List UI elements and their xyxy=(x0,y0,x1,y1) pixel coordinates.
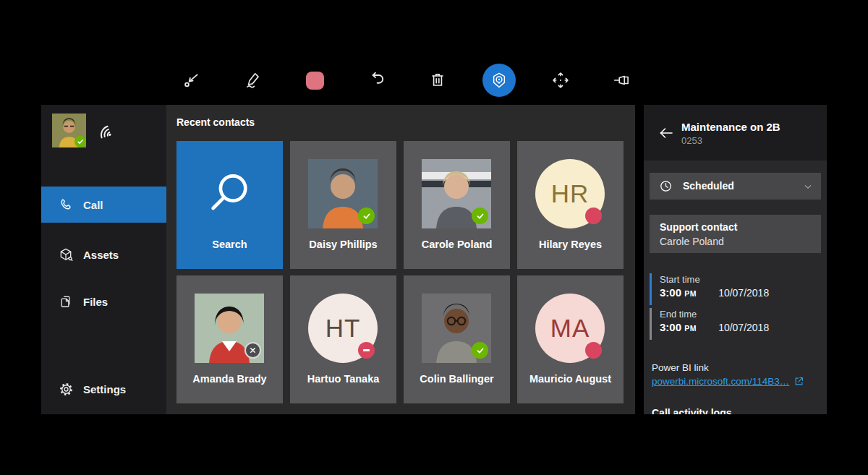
undo-tool-button[interactable] xyxy=(359,63,393,98)
contact-avatar xyxy=(195,294,264,363)
user-avatar[interactable] xyxy=(52,114,86,147)
external-link-icon xyxy=(793,376,804,387)
contact-tile-carole-poland[interactable]: Carole Poland xyxy=(404,141,510,269)
search-tile-label: Search xyxy=(176,239,283,250)
arrow-annotation-icon xyxy=(182,71,201,90)
contact-avatar xyxy=(422,159,491,228)
hologram-tool-button-active[interactable] xyxy=(482,64,516,97)
powerbi-link[interactable]: powerbi.microsoft.com/114B3… xyxy=(652,376,804,387)
sidebar-item-label: Call xyxy=(83,199,103,211)
start-time-label: Start time xyxy=(660,274,700,285)
support-contact-name: Carole Poland xyxy=(660,236,724,247)
section-title: Recent contacts xyxy=(176,116,255,128)
contact-initials: HR xyxy=(551,179,590,208)
sidebar-item-label: Settings xyxy=(83,383,126,395)
presence-available-badge xyxy=(472,207,488,224)
contact-tile-colin-ballinger[interactable]: Colin Ballinger xyxy=(404,275,510,403)
presence-busy-badge xyxy=(585,207,602,224)
sidebar: Call Assets Files xyxy=(41,105,166,414)
end-date-value: 10/07/2018 xyxy=(718,322,769,333)
contact-tile-mauricio-august[interactable]: MA Mauricio August xyxy=(517,275,624,403)
contact-tile-hilary-reyes[interactable]: HR Hilary Reyes xyxy=(517,141,624,269)
undo-icon xyxy=(367,71,386,90)
status-value: Scheduled xyxy=(683,180,734,192)
call-activity-logs-link[interactable]: Call activity logs xyxy=(652,407,731,414)
work-order-title: Maintenance on 2B xyxy=(681,121,780,133)
arrow-annotation-tool-button[interactable] xyxy=(174,63,209,98)
contact-name: Hilary Reyes xyxy=(517,239,624,250)
ink-color-swatch-icon xyxy=(306,72,324,90)
support-contact-label: Support contact xyxy=(660,221,737,233)
remote-assist-screen: Call Assets Files xyxy=(0,0,868,475)
search-icon xyxy=(206,168,254,216)
assets-cube-icon xyxy=(57,246,75,263)
gear-icon xyxy=(57,380,75,398)
presence-busy-badge xyxy=(585,342,602,359)
chevron-down-icon xyxy=(802,181,814,192)
pin-icon xyxy=(613,71,631,90)
contact-avatar-initials: MA xyxy=(535,294,605,363)
contact-name: Daisy Phillips xyxy=(290,239,396,250)
trash-icon xyxy=(428,71,447,90)
ink-pen-icon xyxy=(244,71,263,90)
color-swatch-tool-button[interactable] xyxy=(297,63,332,98)
contact-initials: MA xyxy=(550,314,590,343)
status-dropdown[interactable]: Scheduled xyxy=(650,173,821,200)
contact-tile-amanda-brady[interactable]: Amanda Brady xyxy=(176,275,283,403)
connection-signal-icon xyxy=(96,120,115,139)
move-tool-button[interactable] xyxy=(543,63,578,98)
contact-avatar xyxy=(422,294,491,363)
presence-available-badge xyxy=(358,207,375,224)
files-icon xyxy=(57,293,75,310)
presence-offline-badge xyxy=(244,342,261,359)
end-time-field: End time 3:00 PM 10/07/2018 xyxy=(650,308,821,340)
pin-tool-button[interactable] xyxy=(605,63,639,98)
start-time-value: 3:00 xyxy=(660,286,681,299)
end-time-label: End time xyxy=(660,309,697,320)
end-time-meridiem: PM xyxy=(684,324,697,333)
sidebar-item-call[interactable]: Call xyxy=(41,187,166,223)
support-contact-field[interactable]: Support contact Carole Poland xyxy=(650,215,821,253)
powerbi-label: Power BI link xyxy=(652,362,709,373)
contact-name: Hartuo Tanaka xyxy=(290,373,396,385)
search-tile[interactable]: Search xyxy=(176,141,283,269)
back-button[interactable] xyxy=(657,124,676,142)
clock-icon xyxy=(659,179,673,193)
contact-name: Amanda Brady xyxy=(176,373,283,385)
back-arrow-icon xyxy=(658,124,675,142)
phone-icon xyxy=(57,196,75,213)
sidebar-item-files[interactable]: Files xyxy=(41,283,166,320)
contact-name: Carole Poland xyxy=(404,239,510,250)
sidebar-item-label: Files xyxy=(83,296,108,308)
contact-tile-hartuo-tanaka[interactable]: HT Hartuo Tanaka xyxy=(290,275,396,403)
user-presence-available-badge xyxy=(75,136,86,147)
erase-all-tool-button[interactable] xyxy=(420,63,455,98)
contact-avatar xyxy=(308,159,378,228)
sidebar-item-settings[interactable]: Settings xyxy=(41,371,166,407)
contact-initials: HT xyxy=(326,314,361,343)
presence-dnd-badge xyxy=(358,342,375,359)
contact-avatar-initials: HT xyxy=(308,294,378,363)
recent-contacts-section: Recent contacts Search Daisy Phillips xyxy=(166,105,635,414)
work-order-header: Maintenance on 2B 0253 xyxy=(644,105,827,161)
powerbi-link-text: powerbi.microsoft.com/114B3… xyxy=(652,376,789,387)
hologram-icon xyxy=(490,71,509,90)
move-arrows-icon xyxy=(551,71,570,90)
start-date-value: 10/07/2018 xyxy=(718,287,769,299)
sidebar-item-label: Assets xyxy=(83,249,119,261)
work-order-panel: Maintenance on 2B 0253 Scheduled Support… xyxy=(644,105,827,414)
work-order-id: 0253 xyxy=(681,135,702,146)
contact-name: Colin Ballinger xyxy=(404,373,510,385)
start-time-field: Start time 3:00 PM 10/07/2018 xyxy=(650,273,821,305)
contact-avatar-initials: HR xyxy=(535,159,605,228)
start-time-meridiem: PM xyxy=(684,289,697,298)
sidebar-item-assets[interactable]: Assets xyxy=(41,236,166,273)
contact-name: Mauricio August xyxy=(517,373,624,385)
contact-tile-daisy-phillips[interactable]: Daisy Phillips xyxy=(290,141,396,269)
end-time-value: 3:00 xyxy=(660,321,681,333)
presence-available-badge xyxy=(472,342,488,359)
ink-pen-tool-button[interactable] xyxy=(236,63,271,98)
